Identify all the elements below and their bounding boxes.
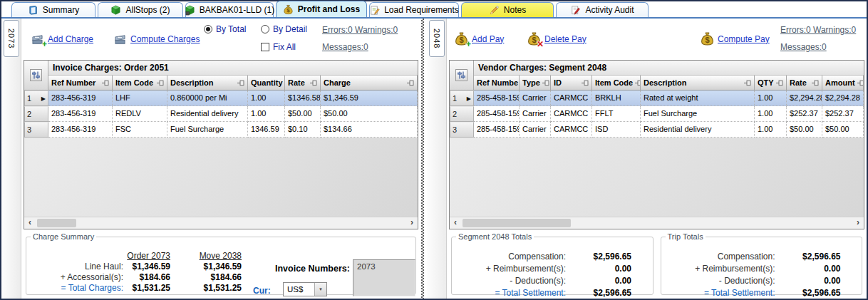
grid-cell[interactable]: $0.10 [285, 122, 321, 138]
column-header-ref-number[interactable]: Ref Number [48, 76, 113, 90]
by-total-radio[interactable]: By Total [204, 24, 246, 34]
tab-allstops[interactable]: AllStops (2) [98, 2, 183, 17]
errors-warnings-link[interactable]: Errors:0 Warnings:0 [780, 25, 856, 35]
grid-cell[interactable]: $252.37 [787, 106, 822, 122]
grid-cell[interactable]: CARMCC [551, 106, 592, 122]
table-row[interactable]: 2285-458-159CarrierCARMCCFFLTFuel Surcha… [450, 106, 864, 122]
currency-select[interactable]: US$ ▼ [283, 282, 327, 296]
column-header-description[interactable]: Description [641, 76, 755, 90]
pin-column-icon[interactable] [812, 80, 819, 86]
grid-cell[interactable]: REDLV [113, 106, 167, 122]
scrollbar-thumb[interactable] [37, 219, 76, 227]
grid-cell[interactable]: $50.00 [321, 106, 418, 122]
column-header-id[interactable]: ID [551, 76, 592, 90]
compute-pay-button[interactable]: $ Compute Pay [700, 31, 770, 46]
grid-cell[interactable]: 1.00 [248, 90, 285, 106]
compute-charges-button[interactable]: Compute Charges [113, 31, 200, 46]
fix-all-checkbox[interactable]: Fix All [261, 42, 296, 52]
row-selector[interactable]: 2 [24, 106, 48, 122]
column-header-type[interactable]: Type [520, 76, 551, 90]
pin-column-icon[interactable] [582, 80, 589, 86]
grid-cell[interactable]: $50.00 [822, 122, 864, 138]
grid-cell[interactable]: FSC [113, 122, 167, 138]
grid-cell[interactable]: 283-456-319 [48, 90, 113, 106]
chevron-down-icon[interactable]: ▼ [314, 283, 326, 296]
delete-pay-button[interactable]: $ ✕ Delete Pay [527, 31, 587, 46]
pin-column-icon[interactable] [237, 80, 244, 86]
grid-cell[interactable]: Carrier [520, 122, 551, 138]
horizontal-scrollbar[interactable]: ‹ › [24, 217, 418, 229]
pin-column-icon[interactable] [157, 80, 164, 86]
add-charge-button[interactable]: + Add Charge [30, 31, 93, 46]
grid-cell[interactable]: 1.00 [755, 90, 787, 106]
scroll-right-arrow[interactable]: › [406, 217, 418, 229]
scroll-right-arrow[interactable]: › [852, 217, 864, 229]
grid-cell[interactable]: 285-458-159 [474, 90, 520, 106]
tab-activity-audit[interactable]: Activity Audit [556, 2, 649, 17]
column-header-qty[interactable]: QTY [755, 76, 787, 90]
column-header-amount[interactable]: Amount [822, 76, 864, 90]
row-selector[interactable]: 1▶ [24, 90, 48, 106]
order-side-tab[interactable]: 2073 [4, 20, 19, 57]
grid-cell[interactable]: $50.00 [285, 106, 321, 122]
grid-cell[interactable]: Residential delivery [167, 106, 248, 122]
grid-cell[interactable]: CARMCC [551, 122, 592, 138]
pin-column-icon[interactable] [310, 80, 317, 86]
grid-cell[interactable]: 1346.59 [248, 122, 285, 138]
tab-notes[interactable]: Notes [461, 2, 554, 17]
grid-cell[interactable]: $1346.588 [285, 90, 321, 106]
grid-cell[interactable]: Carrier [520, 106, 551, 122]
scroll-left-arrow[interactable]: ‹ [24, 217, 36, 229]
grid-cell[interactable]: LHF [113, 90, 167, 106]
invoice-numbers-box[interactable]: 2073 [353, 259, 415, 296]
grid-cell[interactable]: $50.00 [787, 122, 822, 138]
grid-cell[interactable]: 283-456-319 [48, 122, 113, 138]
grid-cell[interactable]: BRKLH [592, 90, 641, 106]
grid-cell[interactable]: 1.00 [755, 122, 787, 138]
tab-summary[interactable]: Summary [11, 2, 95, 17]
column-chooser-icon[interactable] [30, 69, 42, 81]
table-row[interactable]: 1▶283-456-319LHF0.860000 per Mi1.00$1346… [24, 90, 418, 106]
column-header-item-code[interactable]: Item Code [592, 76, 641, 90]
column-header-ref-numbe[interactable]: Ref Numbe [474, 76, 520, 90]
column-header-description[interactable]: Description [167, 76, 248, 90]
grid-cell[interactable]: 1.00 [248, 106, 285, 122]
add-pay-button[interactable]: $ + Add Pay [454, 31, 504, 46]
grid-cell[interactable]: $1,346.59 [321, 90, 418, 106]
pin-column-icon[interactable] [857, 80, 864, 86]
grid-cell[interactable]: Fuel Surcharge [167, 122, 248, 138]
grid-cell[interactable]: 1.00 [755, 106, 787, 122]
horizontal-scrollbar[interactable]: ‹ › [450, 217, 864, 229]
pin-column-icon[interactable] [102, 80, 109, 86]
tab-profit-and-loss[interactable]: $ Profit and Loss [276, 1, 367, 17]
grid-cell[interactable]: 283-456-319 [48, 106, 113, 122]
tab-load-requirements[interactable]: Load Requirements [369, 2, 459, 17]
grid-cell[interactable]: $134.66 [321, 122, 418, 138]
pin-column-icon[interactable] [542, 80, 549, 86]
errors-warnings-link[interactable]: Errors:0 Warnings:0 [322, 25, 398, 35]
grid-cell[interactable]: Carrier [520, 90, 551, 106]
grid-cell[interactable]: 285-458-159 [474, 106, 520, 122]
column-header-item-code[interactable]: Item Code [113, 76, 167, 90]
pin-column-icon[interactable] [635, 80, 641, 86]
grid-cell[interactable]: Residential delivery [641, 122, 755, 138]
grid-cell[interactable]: $2,294.28 [822, 90, 864, 106]
pin-column-icon[interactable] [744, 80, 751, 86]
row-selector[interactable]: 3 [450, 122, 474, 138]
table-row[interactable]: 3283-456-319FSCFuel Surcharge1346.59$0.1… [24, 122, 418, 138]
row-selector[interactable]: 1▶ [450, 90, 474, 106]
grid-cell[interactable]: FFLT [592, 106, 641, 122]
grid-cell[interactable]: Fuel Surcharge [641, 106, 755, 122]
grid-cell[interactable]: $2,294.28 [787, 90, 822, 106]
messages-link[interactable]: Messages:0 [322, 42, 368, 52]
column-header-rate[interactable]: Rate [285, 76, 321, 90]
column-chooser-icon[interactable] [455, 69, 467, 81]
table-row[interactable]: 2283-456-319REDLVResidential delivery1.0… [24, 106, 418, 122]
table-row[interactable]: 3285-458-159CarrierCARMCCISDResidential … [450, 122, 864, 138]
tab-bakbak01-lld[interactable]: BAKBAK01-LLD (1) [185, 2, 274, 17]
scrollbar-thumb[interactable] [463, 219, 571, 227]
grid-cell[interactable]: Rated at weight [641, 90, 755, 106]
scroll-left-arrow[interactable]: ‹ [450, 217, 461, 229]
row-selector[interactable]: 3 [24, 122, 48, 138]
pin-column-icon[interactable] [407, 80, 414, 86]
